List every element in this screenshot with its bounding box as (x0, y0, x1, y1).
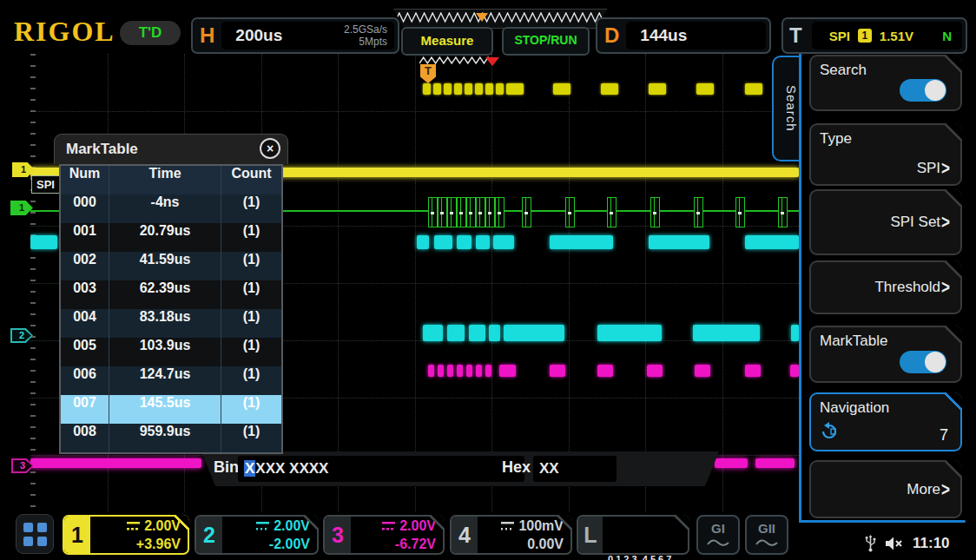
status-icons: 11:10 (865, 535, 950, 552)
sidebar-divider (799, 54, 801, 523)
table-row[interactable]: 005103.9us(1) (61, 338, 281, 366)
ch3-trace-bottom (715, 458, 748, 468)
search-mark (506, 83, 524, 95)
table-row[interactable]: 00362.39us(1) (61, 280, 281, 309)
spi-set-label: SPI Set> (890, 214, 950, 231)
type-value: SPI> (917, 160, 950, 177)
table-cell: (1) (221, 252, 281, 280)
ch3-trace-mid (428, 365, 434, 377)
menu-square (37, 537, 47, 546)
search-toggle[interactable] (900, 79, 946, 102)
channel-settings: 2.00V-2.00V (224, 517, 310, 552)
ch3-trace-mid (550, 365, 565, 377)
channel-scale: 2.00V (399, 518, 436, 533)
table-cell: 103.9us (109, 338, 221, 366)
ch2-trace-lower (447, 325, 465, 341)
decode-pulse (466, 197, 476, 227)
ch3-trace-mid (695, 365, 710, 377)
table-cell: (1) (221, 223, 281, 252)
table-cell: 001 (61, 223, 109, 252)
decode-pulse (694, 197, 703, 227)
clock: 11:10 (913, 535, 950, 552)
generator2-button[interactable]: GII (745, 515, 788, 555)
table-cell: 007 (61, 395, 109, 424)
ch3-trace-mid (447, 365, 453, 377)
ch2-trace-lower (597, 325, 662, 341)
generator1-button[interactable]: GI (696, 515, 740, 555)
navigation-value: 7 (940, 426, 948, 445)
decode-pulse (735, 197, 745, 227)
decode-pulse (447, 197, 457, 227)
channel-offset: -2.00V (224, 536, 310, 554)
ch2-trace-lower (469, 325, 485, 341)
sidebar-item-marktable[interactable]: MarkTable (809, 326, 962, 383)
menu-square (37, 523, 47, 532)
ch2-trace-upper (457, 235, 472, 249)
search-mark (465, 83, 472, 95)
strip-zigzag-line (395, 13, 603, 22)
delay-panel[interactable]: D 144us (596, 17, 771, 54)
ch2-trace-upper (493, 235, 514, 249)
table-cell: 145.5us (109, 395, 221, 424)
sidebar-item-search[interactable]: Search (809, 55, 962, 111)
stop-run-button[interactable]: STOP/RUN (502, 27, 590, 56)
table-header-row: NumTimeCount (61, 166, 281, 194)
search-mark (423, 83, 431, 95)
table-row[interactable]: 000-4ns(1) (61, 194, 281, 223)
menu-square (23, 537, 33, 546)
rigol-logo: RIGOL (14, 16, 115, 48)
decode-pulse (565, 197, 575, 227)
table-cell: 959.9us (109, 424, 221, 452)
channel-number: 1 (64, 517, 90, 553)
table-row[interactable]: 00241.59us(1) (61, 252, 281, 280)
channel-number: 3 (325, 517, 351, 553)
decode-value-bar: Bin XXXX XXXX Hex XX (201, 451, 719, 486)
plot-zigzag-line (419, 57, 492, 63)
sidebar-item-more[interactable]: More> (809, 460, 962, 518)
search-mark (553, 83, 570, 95)
horizontal-timebase-panel[interactable]: H 200us 2.5GSa/s 5Mpts (191, 17, 399, 54)
ch2-trace-lower (489, 325, 500, 341)
search-mark (433, 83, 441, 95)
channel-settings: 100mV0.00V (479, 517, 564, 552)
table-cell: (1) (221, 280, 281, 309)
channel-badge-1[interactable]: 12.00V+3.96V (63, 515, 189, 555)
trigger-position-marker[interactable] (485, 57, 499, 66)
waveform-position-strip[interactable] (393, 9, 607, 29)
sidebar-item-type[interactable]: Type SPI> (809, 123, 962, 186)
ch3-trace-mid (457, 365, 463, 377)
table-row[interactable]: 00120.79us(1) (61, 223, 281, 252)
trigger-panel[interactable]: T SPI 1 1.51V N (781, 17, 967, 54)
window-position-marker[interactable] (476, 13, 488, 22)
table-row[interactable]: 007145.5us(1) (61, 395, 281, 424)
trigger-box: SPI 1 1.51V N (812, 22, 962, 49)
sidebar-item-navigation[interactable]: Navigation 7 (809, 392, 962, 451)
digital-channels-badge[interactable]: L 0 1 2 3 4 5 6 7 8 9 1011 12131415 (577, 515, 689, 555)
channel-badge-3[interactable]: 32.00V-6.72V (323, 515, 445, 555)
decode-pulse (476, 197, 485, 227)
measure-button[interactable]: Measure (401, 27, 493, 56)
decode-pulse (607, 197, 617, 227)
marktable-toggle[interactable] (900, 351, 946, 373)
sidebar-tab-search[interactable]: Search (772, 56, 799, 161)
channel-badge-2[interactable]: 22.00V-2.00V (195, 515, 319, 555)
chevron-right-icon: > (941, 478, 950, 501)
table-row[interactable]: 008959.9us(1) (61, 424, 281, 452)
delay-box: 144us (626, 22, 766, 49)
close-icon[interactable]: × (260, 138, 280, 159)
menu-square (23, 523, 33, 532)
sidebar-item-threshold[interactable]: Threshold> (809, 260, 962, 314)
sidebar-item-spi-set[interactable]: SPI Set> (809, 189, 962, 255)
channel-badge-4[interactable]: 4100mV0.00V (450, 515, 572, 555)
column-header: Time (109, 166, 221, 194)
memory-depth: 5Mpts (344, 36, 387, 48)
table-cell: 20.79us (109, 223, 221, 252)
menu-grid-button[interactable] (16, 514, 54, 554)
ch2-trace-upper (476, 235, 490, 249)
top-bar: RIGOL T'D H 200us 2.5GSa/s 5Mpts Measure… (0, 0, 976, 54)
table-row[interactable]: 00483.18us(1) (61, 309, 281, 338)
column-header: Count (221, 166, 281, 194)
table-cell: 41.59us (109, 252, 221, 280)
decode-pulse (428, 197, 438, 227)
table-row[interactable]: 006124.7us(1) (61, 366, 281, 395)
